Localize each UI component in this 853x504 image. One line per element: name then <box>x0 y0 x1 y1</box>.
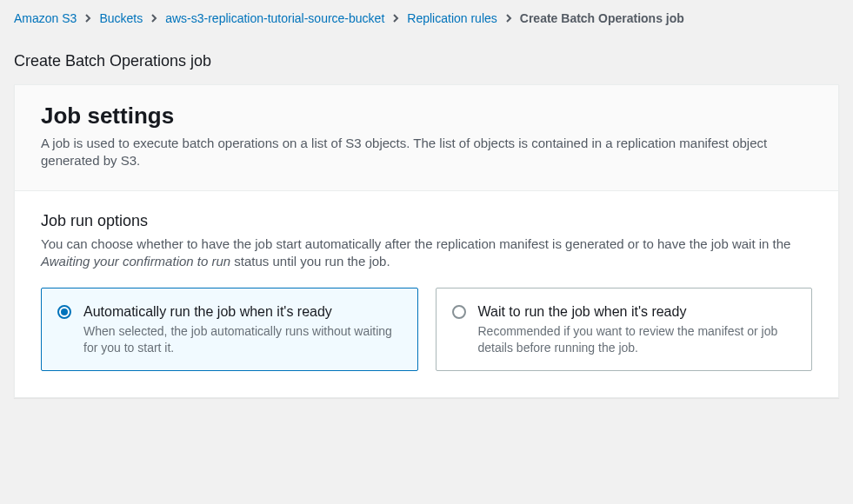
chevron-right-icon <box>146 14 162 23</box>
option-title: Wait to run the job when it's ready <box>478 302 796 322</box>
chevron-right-icon <box>388 14 403 23</box>
breadcrumb-link-buckets[interactable]: Buckets <box>99 9 143 28</box>
section-description: You can choose whether to have the job s… <box>41 235 812 270</box>
breadcrumb: Amazon S3 Buckets aws-s3-replication-tut… <box>14 9 839 28</box>
job-settings-panel: Job settings A job is used to execute ba… <box>14 84 839 398</box>
panel-heading: Job settings <box>41 103 812 129</box>
option-auto-run[interactable]: Automatically run the job when it's read… <box>41 288 418 371</box>
breadcrumb-link-s3[interactable]: Amazon S3 <box>14 9 77 28</box>
breadcrumb-link-bucket-name[interactable]: aws-s3-replication-tutorial-source-bucke… <box>165 9 384 28</box>
option-description: When selected, the job automatically run… <box>83 323 402 356</box>
breadcrumb-link-replication-rules[interactable]: Replication rules <box>407 9 497 28</box>
option-description: Recommended if you want to review the ma… <box>478 323 796 356</box>
chevron-right-icon <box>80 14 96 23</box>
job-run-options-group: Automatically run the job when it's read… <box>41 288 812 371</box>
chevron-right-icon <box>501 14 516 23</box>
radio-icon <box>452 305 466 319</box>
panel-description: A job is used to execute batch operation… <box>41 135 812 169</box>
page-title: Create Batch Operations job <box>14 52 839 70</box>
option-title: Automatically run the job when it's read… <box>83 302 402 322</box>
breadcrumb-current: Create Batch Operations job <box>520 9 684 28</box>
panel-body: Job run options You can choose whether t… <box>15 190 838 397</box>
panel-header: Job settings A job is used to execute ba… <box>15 85 838 190</box>
radio-icon <box>57 305 71 319</box>
option-wait-run[interactable]: Wait to run the job when it's ready Reco… <box>436 288 813 371</box>
section-title: Job run options <box>41 212 812 230</box>
